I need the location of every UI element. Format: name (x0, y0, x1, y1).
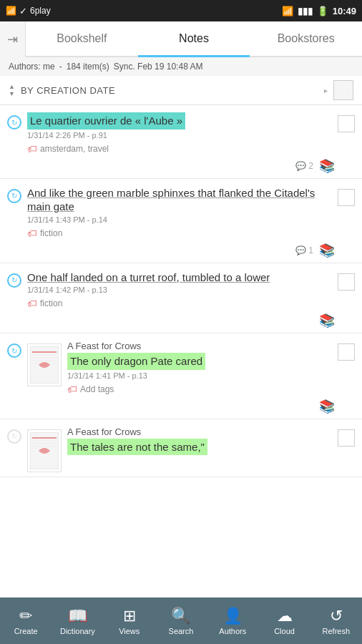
note-tag-label-1: amsterdam, travel (40, 144, 109, 154)
create-icon: ✏ (19, 607, 32, 625)
status-bar: 📶 ✓ 6play 📶 ▮▮▮ 🔋 10:49 (0, 0, 362, 21)
note-text-2[interactable]: And like the green marble sphinxes that … (27, 186, 335, 214)
note-tags-1: 🏷 amsterdam, travel (27, 143, 109, 155)
checkbox-box-4[interactable] (338, 343, 355, 361)
sidebar-toggle[interactable]: ⇥ (0, 21, 26, 57)
note-meta-3: 1/31/14 1:42 PM - p.13 (27, 286, 335, 294)
sync-circle-5: ↻ (7, 429, 21, 444)
nav-search[interactable]: 🔍 Search (163, 607, 199, 635)
nav-refresh[interactable]: ↺ Refresh (318, 607, 354, 635)
comment-badge-1[interactable]: 💬 2 (295, 161, 313, 171)
note-actions-2: 💬 1 📚 (27, 243, 335, 258)
note-text-1[interactable]: Le quartier ouvrier de « l'Aube » (27, 112, 335, 131)
note-tag-label-4: Add tags (80, 384, 114, 394)
arrow-right-icon: ⇥ (7, 31, 18, 47)
nav-dictionary[interactable]: 📖 Dictionary (59, 607, 95, 635)
check-icon: ✓ (19, 6, 27, 16)
tab-notes-label: Notes (179, 32, 209, 45)
note-item-2: ↻ And like the green marble sphinxes tha… (0, 179, 362, 263)
sync-icon-5: ↻ (7, 426, 27, 444)
signal-icon: 📶 (6, 6, 16, 16)
note-actions-1: 💬 2 📚 (27, 158, 335, 174)
nav-cloud-label: Cloud (274, 627, 295, 635)
sync-icon-1: ↻ (7, 112, 27, 130)
comment-count-1: 2 (308, 161, 313, 171)
note-content-1: Le quartier ouvrier de « l'Aube » 1/31/1… (27, 112, 335, 174)
tab-bookshelf[interactable]: Bookshelf (26, 21, 138, 56)
checkbox-box-5[interactable] (338, 429, 355, 447)
note-item-3: ↻ One half landed on a turret roof, tumb… (0, 263, 362, 334)
note-tag-label-2: fiction (40, 228, 62, 238)
tag-icon-3: 🏷 (27, 298, 37, 309)
nav-cloud[interactable]: ☁ Cloud (267, 607, 303, 635)
battery-icon: 🔋 (317, 6, 328, 16)
tab-bookstores[interactable]: Bookstores (250, 21, 362, 56)
book-icon-4[interactable]: 📚 (319, 399, 335, 414)
note-highlight-4: The only dragon Pate cared (67, 353, 205, 370)
checkbox-box-3[interactable] (338, 273, 355, 291)
sync-icon-4: ↻ (7, 341, 27, 358)
note-content-2: And like the green marble sphinxes that … (27, 186, 335, 258)
note-checkbox-1[interactable] (335, 112, 355, 132)
subheader-separator: - (59, 62, 62, 72)
status-right: 📶 ▮▮▮ 🔋 10:49 (282, 6, 356, 16)
note-item: ↻ Le quartier ouvrier de « l'Aube » 1/31… (0, 105, 362, 179)
book-title-4: A Feast for Crows (67, 341, 335, 351)
views-icon: ⊞ (123, 607, 136, 625)
book-cover-svg-4 (30, 346, 59, 384)
tab-notes[interactable]: Notes (138, 21, 250, 56)
book-cover-4 (27, 343, 62, 386)
clock: 10:49 (333, 6, 356, 16)
nav-views[interactable]: ⊞ Views (112, 607, 147, 635)
note-meta-2: 1/31/14 1:43 PM - p.14 (27, 215, 335, 224)
book-icon-3[interactable]: 📚 (319, 313, 335, 328)
note-item-5: ↻ A Feast for Crows The tales are not th… (0, 419, 362, 477)
comment-icon-2: 💬 (295, 245, 306, 255)
note-checkbox-4[interactable] (335, 341, 355, 361)
note-text-5[interactable]: The tales are not the same," (67, 439, 335, 457)
subheader-sync: Sync. Feb 19 10:48 AM (114, 62, 203, 72)
note-actions-3: 📚 (27, 313, 335, 328)
nav-authors[interactable]: 👤 Authors (215, 607, 250, 635)
book-icon-1[interactable]: 📚 (319, 158, 335, 174)
nav-create[interactable]: ✏ Create (8, 607, 44, 635)
note-tags-3: 🏷 fiction (27, 298, 62, 309)
tab-bookstores-label: Bookstores (278, 32, 335, 45)
dictionary-icon: 📖 (68, 607, 87, 625)
sort-direction-icon: ▸ (324, 87, 328, 94)
bottom-nav: ✏ Create 📖 Dictionary ⊞ Views 🔍 Search 👤… (0, 597, 362, 644)
note-text-3[interactable]: One half landed on a turret roof, tumble… (27, 270, 335, 285)
note-tag-label-3: fiction (40, 298, 62, 308)
subheader: Authors: me - 184 item(s) Sync. Feb 19 1… (0, 57, 362, 76)
wifi-icon: 📶 (282, 6, 293, 16)
tag-icon-2: 🏷 (27, 228, 37, 239)
tab-bar: Bookshelf Notes Bookstores (0, 21, 362, 57)
select-all-checkbox[interactable] (333, 80, 353, 100)
book-cover-5 (27, 429, 62, 472)
note-content-3: One half landed on a turret roof, tumble… (27, 270, 335, 329)
book-icon-2[interactable]: 📚 (319, 243, 335, 258)
nav-dictionary-label: Dictionary (60, 627, 95, 635)
app-name: 6play (30, 6, 51, 16)
sort-bar[interactable]: ▲ ▼ BY CREATION DATE ▸ (0, 76, 362, 105)
note-checkbox-3[interactable] (335, 270, 355, 291)
comment-badge-2[interactable]: 💬 1 (295, 245, 313, 255)
note-checkbox-5[interactable] (335, 426, 355, 447)
nav-search-label: Search (169, 627, 194, 635)
note-checkbox-2[interactable] (335, 186, 355, 206)
comment-icon-1: 💬 (295, 161, 306, 171)
note-content-4: A Feast for Crows The only dragon Pate c… (67, 341, 335, 414)
tag-icon-1: 🏷 (27, 143, 37, 155)
note-text-4[interactable]: The only dragon Pate cared (67, 353, 335, 371)
nav-authors-label: Authors (219, 627, 246, 635)
checkbox-box-1[interactable] (338, 115, 355, 132)
sync-circle-3: ↻ (7, 273, 21, 288)
status-left: 📶 ✓ 6play (6, 6, 51, 16)
nav-create-label: Create (14, 627, 38, 635)
cloud-icon: ☁ (277, 607, 293, 625)
note-tags-4[interactable]: 🏷 Add tags (67, 384, 114, 395)
search-icon: 🔍 (171, 607, 190, 625)
checkbox-box-2[interactable] (338, 189, 355, 206)
nav-refresh-label: Refresh (323, 627, 351, 635)
signal-bars-icon: ▮▮▮ (298, 6, 313, 16)
